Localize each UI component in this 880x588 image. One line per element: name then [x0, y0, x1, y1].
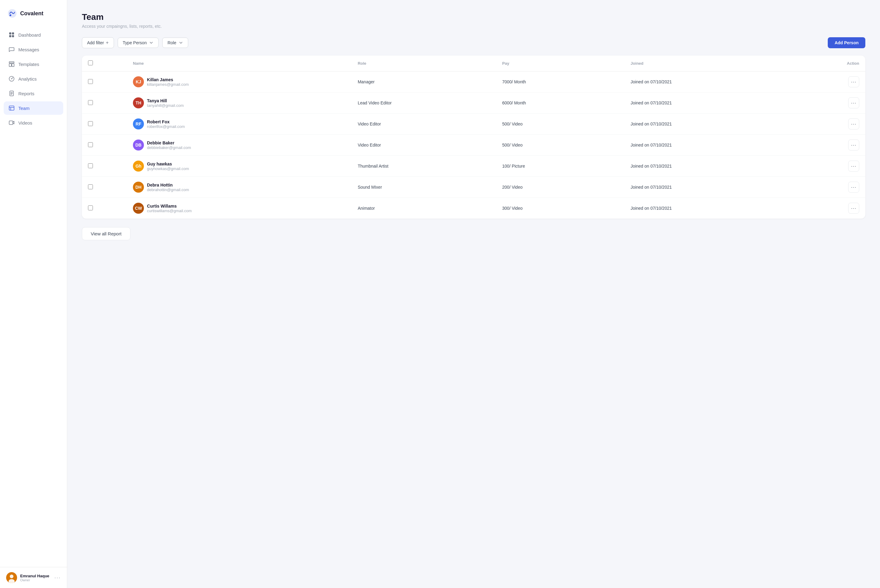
logo: Covalent — [0, 0, 67, 26]
row-action-button-5[interactable]: ··· — [848, 182, 859, 193]
row-name-0: Killan James — [147, 77, 189, 82]
row-name-1: Tanya Hill — [147, 98, 184, 103]
view-all-report-button[interactable]: View all Report — [82, 227, 131, 240]
sidebar-item-messages[interactable]: Messages — [4, 43, 63, 56]
sidebar-item-label-messages: Messages — [18, 47, 39, 52]
row-pay-5: 200/ Video — [496, 177, 624, 198]
col-name: Name — [127, 56, 352, 72]
row-action-button-3[interactable]: ··· — [848, 140, 859, 150]
sidebar-item-label-videos: Videos — [18, 120, 32, 126]
avatar-4: Gh — [133, 160, 144, 172]
row-joined-5: Joined on 07/10/2021 — [624, 177, 785, 198]
type-person-dropdown[interactable]: Type Person — [117, 38, 159, 48]
dashboard-icon — [9, 32, 15, 38]
row-checkbox-cell-4 — [82, 156, 127, 177]
footer-options-button[interactable]: ··· — [54, 574, 61, 581]
footer-user: Emranul Haque Owner — [6, 572, 49, 583]
analytics-icon — [9, 76, 15, 82]
svg-rect-8 — [12, 63, 14, 66]
sidebar-item-label-reports: Reports — [18, 91, 35, 96]
svg-rect-18 — [9, 121, 13, 124]
footer-user-role: Owner — [20, 578, 49, 582]
col-joined: Joined — [624, 56, 785, 72]
row-name-3: Debbie Baker — [147, 140, 191, 146]
row-checkbox-cell-1 — [82, 93, 127, 114]
svg-rect-3 — [12, 32, 14, 34]
sidebar-footer: Emranul Haque Owner ··· — [0, 567, 67, 588]
row-email-6: curtiswillams@gmail.com — [147, 208, 192, 213]
row-name-cell-3: DB Debbie Baker debbiebaker@gmail.com — [127, 135, 352, 156]
row-joined-3: Joined on 07/10/2021 — [624, 135, 785, 156]
row-action-cell-2: ··· — [785, 114, 865, 135]
row-email-1: tanyahill@gmail.com — [147, 103, 184, 108]
sidebar-item-dashboard[interactable]: Dashboard — [4, 28, 63, 42]
sidebar-item-label-analytics: Analytics — [18, 76, 37, 81]
row-role-4: Thumbnail Artist — [352, 156, 496, 177]
row-joined-1: Joined on 07/10/2021 — [624, 93, 785, 114]
table-row: CW Curtis Willams curtiswillams@gmail.co… — [82, 198, 865, 219]
add-filter-button[interactable]: Add filter + — [82, 37, 114, 48]
row-action-button-2[interactable]: ··· — [848, 118, 859, 129]
sidebar-item-team[interactable]: Team — [4, 101, 63, 115]
svg-rect-7 — [9, 63, 11, 66]
row-pay-1: 6000/ Month — [496, 93, 624, 114]
footer-info: Emranul Haque Owner — [20, 574, 49, 582]
row-pay-6: 300/ Video — [496, 198, 624, 219]
row-checkbox-0[interactable] — [88, 79, 93, 84]
sidebar-item-label-team: Team — [18, 106, 30, 111]
videos-icon — [9, 120, 15, 126]
reports-icon — [9, 90, 15, 96]
row-email-2: robertfox@gmail.com — [147, 124, 185, 129]
row-action-cell-3: ··· — [785, 135, 865, 156]
row-checkbox-5[interactable] — [88, 184, 93, 189]
svg-point-10 — [11, 78, 12, 80]
row-checkbox-2[interactable] — [88, 121, 93, 126]
row-role-2: Video Editor — [352, 114, 496, 135]
row-action-button-4[interactable]: ··· — [848, 160, 859, 172]
row-name-4: Guy hawkas — [147, 162, 189, 166]
select-all-checkbox[interactable] — [88, 60, 93, 65]
row-action-cell-0: ··· — [785, 72, 865, 93]
row-email-3: debbiebaker@gmail.com — [147, 146, 191, 150]
chevron-down-icon-role — [179, 40, 183, 45]
row-action-button-0[interactable]: ··· — [848, 76, 859, 87]
row-checkbox-4[interactable] — [88, 164, 93, 168]
row-name-cell-5: DH Debra Hottin debrahottin@gmail.com — [127, 177, 352, 198]
sidebar-item-label-templates: Templates — [18, 62, 39, 67]
page-title: Team — [82, 12, 865, 22]
row-action-button-6[interactable]: ··· — [848, 203, 859, 214]
page-header: Team Access your cmpaingns, lists, repor… — [82, 12, 865, 29]
messages-icon — [9, 46, 15, 52]
svg-point-1 — [9, 14, 11, 16]
add-person-button[interactable]: Add Person — [828, 37, 865, 48]
sidebar-item-reports[interactable]: Reports — [4, 87, 63, 100]
sidebar-item-templates[interactable]: Templates — [4, 57, 63, 71]
row-action-cell-6: ··· — [785, 198, 865, 219]
row-checkbox-6[interactable] — [88, 206, 93, 210]
row-checkbox-cell-3 — [82, 135, 127, 156]
toolbar: Add filter + Type Person Role Add Person — [82, 37, 865, 48]
type-person-label: Type Person — [123, 40, 147, 45]
table-row: DH Debra Hottin debrahottin@gmail.com So… — [82, 177, 865, 198]
row-action-cell-5: ··· — [785, 177, 865, 198]
row-name-cell-4: Gh Guy hawkas guyhowkas@gmail.com — [127, 156, 352, 177]
row-pay-4: 100/ Picture — [496, 156, 624, 177]
role-dropdown[interactable]: Role — [162, 38, 188, 48]
row-email-4: guyhowkas@gmail.com — [147, 166, 189, 171]
row-action-button-1[interactable]: ··· — [848, 98, 859, 108]
col-role: Role — [352, 56, 496, 72]
templates-icon — [9, 61, 15, 67]
row-joined-0: Joined on 07/10/2021 — [624, 72, 785, 93]
table-row: KJ Killan James killanjames@gmail.com Ma… — [82, 72, 865, 93]
row-role-1: Lead Video Editor — [352, 93, 496, 114]
row-name-6: Curtis Willams — [147, 204, 192, 208]
sidebar-item-analytics[interactable]: Analytics — [4, 72, 63, 86]
sidebar-item-videos[interactable]: Videos — [4, 116, 63, 129]
row-checkbox-3[interactable] — [88, 142, 93, 147]
col-pay: Pay — [496, 56, 624, 72]
role-label: Role — [167, 40, 176, 45]
svg-rect-15 — [9, 106, 14, 110]
row-email-5: debrahottin@gmail.com — [147, 188, 189, 192]
row-name-cell-1: TH Tanya Hill tanyahill@gmail.com — [127, 93, 352, 114]
row-checkbox-1[interactable] — [88, 100, 93, 105]
